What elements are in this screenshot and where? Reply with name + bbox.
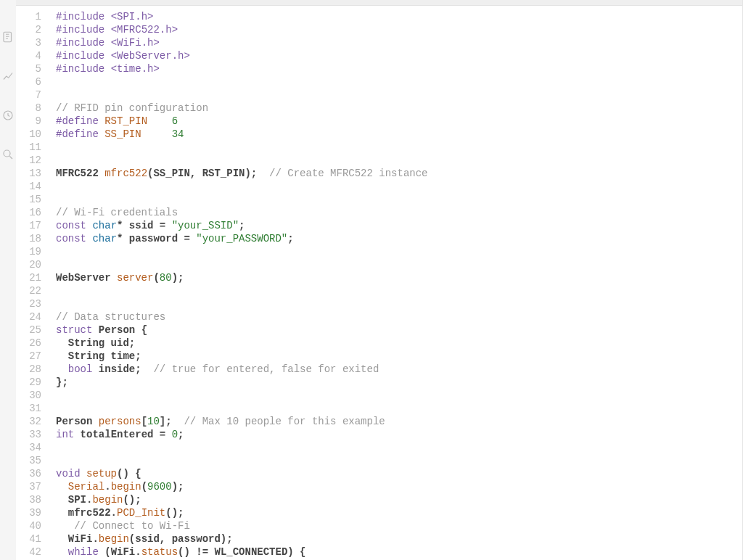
line-number: 42 <box>16 545 56 559</box>
line-number: 29 <box>16 376 56 389</box>
code-line[interactable]: 27 String time; <box>16 350 742 363</box>
code-line[interactable]: 35 <box>16 454 742 467</box>
code-line[interactable]: 26 String uid; <box>16 337 742 350</box>
code-line[interactable]: 16// Wi-Fi credentials <box>16 206 742 219</box>
code-line[interactable]: 1#include <SPI.h> <box>16 10 742 23</box>
line-number: 38 <box>16 493 56 506</box>
code-line[interactable]: 10#define SS_PIN 34 <box>16 128 742 141</box>
code-text[interactable]: struct Person { <box>56 324 147 337</box>
code-line[interactable]: 8// RFID pin configuration <box>16 102 742 115</box>
code-text[interactable]: WebServer server(80); <box>56 271 184 284</box>
line-number: 40 <box>16 519 56 532</box>
code-line[interactable]: 4#include <WebServer.h> <box>16 49 742 62</box>
code-editor[interactable]: 1#include <SPI.h>2#include <MFRC522.h>3#… <box>16 6 742 560</box>
code-text[interactable]: // RFID pin configuration <box>56 102 208 115</box>
code-text[interactable]: // Data structures <box>56 310 165 324</box>
code-line[interactable]: 3#include <WiFi.h> <box>16 36 742 49</box>
line-number: 28 <box>16 363 56 376</box>
code-line[interactable]: 38 SPI.begin(); <box>16 493 742 506</box>
line-number: 12 <box>16 154 56 167</box>
code-text[interactable]: #include <WebServer.h> <box>56 49 190 62</box>
code-line[interactable]: 37 Serial.begin(9600); <box>16 480 742 493</box>
code-text[interactable]: bool inside; // true for entered, false … <box>56 363 379 376</box>
code-line[interactable]: 18const char* password = "your_PASSWORD"… <box>16 232 742 245</box>
line-number: 19 <box>16 245 56 258</box>
code-line[interactable]: 12 <box>16 154 742 167</box>
code-text[interactable]: #include <MFRC522.h> <box>56 23 178 36</box>
code-line[interactable]: 36void setup() { <box>16 467 742 480</box>
code-line[interactable]: 2#include <MFRC522.h> <box>16 23 742 36</box>
code-line[interactable]: 40 // Connect to Wi-Fi <box>16 519 742 532</box>
code-line[interactable]: 13MFRC522 mfrc522(SS_PIN, RST_PIN); // C… <box>16 167 742 180</box>
code-line[interactable]: 9#define RST_PIN 6 <box>16 115 742 128</box>
code-line[interactable]: 30 <box>16 389 742 402</box>
code-text[interactable]: #include <WiFi.h> <box>56 36 160 49</box>
code-line[interactable]: 24// Data structures <box>16 310 742 324</box>
code-line[interactable]: 17const char* ssid = "your_SSID"; <box>16 219 742 232</box>
code-text[interactable]: #include <SPI.h> <box>56 10 153 23</box>
line-number: 22 <box>16 284 56 297</box>
line-number: 36 <box>16 467 56 480</box>
code-text[interactable]: SPI.begin(); <box>56 493 141 506</box>
search-icon[interactable] <box>1 148 15 161</box>
code-text[interactable]: #define RST_PIN 6 <box>56 115 178 128</box>
line-number: 18 <box>16 232 56 245</box>
history-icon[interactable] <box>1 109 15 122</box>
code-text[interactable]: const char* ssid = "your_SSID"; <box>56 219 245 232</box>
code-text[interactable]: String uid; <box>56 337 135 350</box>
line-number: 15 <box>16 193 56 206</box>
code-line[interactable]: 25struct Person { <box>16 324 742 337</box>
code-line[interactable]: 34 <box>16 441 742 454</box>
line-number: 33 <box>16 428 56 441</box>
code-text[interactable]: Person persons[10]; // Max 10 people for… <box>56 415 385 428</box>
graph-icon[interactable] <box>1 70 15 83</box>
code-line[interactable]: 21WebServer server(80); <box>16 271 742 284</box>
code-line[interactable]: 14 <box>16 180 742 193</box>
line-number: 7 <box>16 88 56 102</box>
line-number: 13 <box>16 167 56 180</box>
code-line[interactable]: 11 <box>16 141 742 154</box>
code-text[interactable]: // Connect to Wi-Fi <box>56 519 190 532</box>
line-number: 30 <box>16 389 56 402</box>
code-text[interactable]: Serial.begin(9600); <box>56 480 184 493</box>
line-number: 37 <box>16 480 56 493</box>
code-text[interactable]: while (WiFi.status() != WL_CONNECTED) { <box>56 545 306 559</box>
line-number: 2 <box>16 23 56 36</box>
line-number: 35 <box>16 454 56 467</box>
code-text[interactable]: mfrc522.PCD_Init(); <box>56 506 184 519</box>
code-text[interactable]: int totalEntered = 0; <box>56 428 184 441</box>
code-line[interactable]: 29}; <box>16 376 742 389</box>
code-text[interactable]: const char* password = "your_PASSWORD"; <box>56 232 294 245</box>
code-line[interactable]: 23 <box>16 297 742 310</box>
code-text[interactable]: void setup() { <box>56 467 141 480</box>
code-text[interactable]: String time; <box>56 350 141 363</box>
activity-rail <box>0 0 16 560</box>
code-line[interactable]: 42 while (WiFi.status() != WL_CONNECTED)… <box>16 545 742 559</box>
code-line[interactable]: 19 <box>16 245 742 258</box>
code-line[interactable]: 39 mfrc522.PCD_Init(); <box>16 506 742 519</box>
code-text[interactable]: WiFi.begin(ssid, password); <box>56 532 233 545</box>
code-text[interactable]: MFRC522 mfrc522(SS_PIN, RST_PIN); // Cre… <box>56 167 428 180</box>
editor-tab-strip[interactable] <box>16 0 742 6</box>
code-line[interactable]: 20 <box>16 258 742 271</box>
line-number: 41 <box>16 532 56 545</box>
line-number: 20 <box>16 258 56 271</box>
code-line[interactable]: 7 <box>16 88 742 102</box>
code-line[interactable]: 31 <box>16 402 742 415</box>
code-text[interactable]: #include <time.h> <box>56 62 160 75</box>
code-text[interactable]: }; <box>56 376 68 389</box>
code-text[interactable]: // Wi-Fi credentials <box>56 206 178 219</box>
code-line[interactable]: 33int totalEntered = 0; <box>16 428 742 441</box>
code-line[interactable]: 15 <box>16 193 742 206</box>
line-number: 26 <box>16 337 56 350</box>
files-icon[interactable] <box>1 30 15 44</box>
code-line[interactable]: 41 WiFi.begin(ssid, password); <box>16 532 742 545</box>
code-line[interactable]: 5#include <time.h> <box>16 62 742 75</box>
line-number: 24 <box>16 310 56 324</box>
line-number: 1 <box>16 10 56 23</box>
code-line[interactable]: 22 <box>16 284 742 297</box>
code-line[interactable]: 32Person persons[10]; // Max 10 people f… <box>16 415 742 428</box>
code-line[interactable]: 28 bool inside; // true for entered, fal… <box>16 363 742 376</box>
code-text[interactable]: #define SS_PIN 34 <box>56 128 184 141</box>
code-line[interactable]: 6 <box>16 75 742 88</box>
